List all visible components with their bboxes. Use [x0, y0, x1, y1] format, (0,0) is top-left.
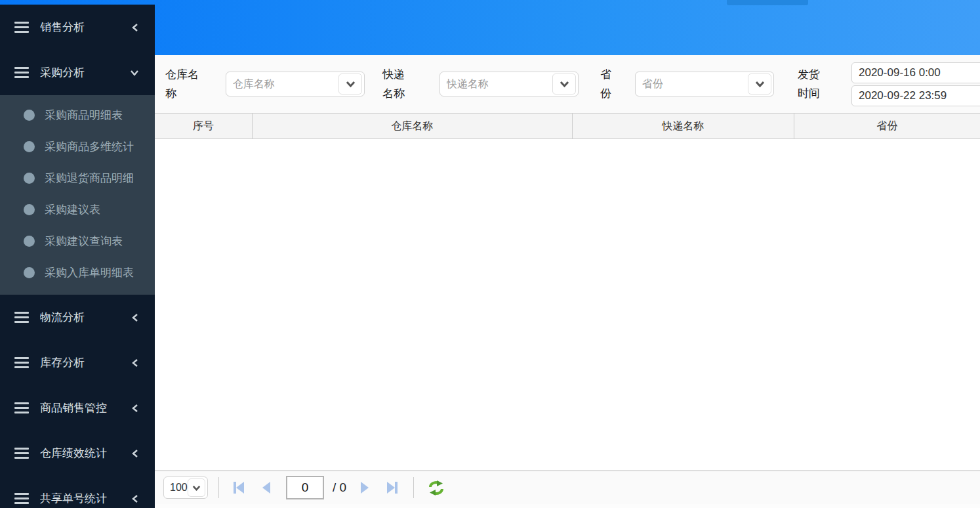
chevron-left-icon — [131, 449, 139, 458]
submenu-item-label: 采购退货商品明细 — [45, 171, 134, 186]
bullet-icon — [24, 236, 35, 247]
submenu-item-purchase-goods-detail[interactable]: 采购商品明细表 — [0, 99, 155, 131]
submenu-item-purchase-suggestion-query[interactable]: 采购建议查询表 — [0, 225, 155, 257]
submenu-item-label: 采购建议表 — [45, 202, 100, 217]
ship-time-to-input[interactable] — [851, 85, 980, 106]
menu-icon — [14, 402, 29, 413]
ship-time-range — [851, 62, 980, 106]
bullet-icon — [24, 173, 35, 184]
ship-time-from-input[interactable] — [851, 62, 980, 83]
dropdown-arrow-button[interactable] — [748, 74, 771, 95]
filter-bar: 仓库名称 仓库名称 快递名称 快递名称 省份 省份 — [155, 55, 980, 114]
table-body-empty — [155, 139, 980, 470]
courier-name-select[interactable]: 快递名称 — [439, 72, 579, 96]
province-label: 省份 — [600, 65, 615, 103]
column-header-province[interactable]: 省份 — [794, 114, 980, 138]
sidebar-item-label: 采购分析 — [40, 65, 130, 80]
sidebar-item-shared-tracking-stats[interactable]: 共享单号统计 — [0, 476, 155, 508]
province-placeholder: 省份 — [642, 77, 748, 91]
sidebar-item-label: 物流分析 — [40, 310, 131, 325]
column-header-courier[interactable]: 快递名称 — [573, 114, 794, 138]
ship-time-label: 发货时间 — [798, 65, 824, 103]
bullet-icon — [24, 204, 35, 215]
sidebar-item-label: 库存分析 — [40, 355, 131, 370]
app-window: 销售分析 采购分析 采购商品明细表 采购商品多维统计 采购退货商品 — [0, 0, 980, 508]
sidebar-item-logistics-analysis[interactable]: 物流分析 — [0, 295, 155, 340]
bullet-icon — [24, 110, 35, 121]
sidebar-item-warehouse-performance[interactable]: 仓库绩效统计 — [0, 431, 155, 476]
submenu-item-purchase-goods-multidim[interactable]: 采购商品多维统计 — [0, 131, 155, 162]
sidebar-item-inventory-analysis[interactable]: 库存分析 — [0, 340, 155, 385]
next-page-button[interactable] — [361, 482, 369, 494]
sidebar-item-sales-analysis[interactable]: 销售分析 — [0, 5, 155, 50]
menu-icon — [14, 22, 29, 33]
menu-icon — [14, 312, 29, 323]
submenu-item-label: 采购入库单明细表 — [45, 265, 134, 280]
chevron-left-icon — [131, 23, 139, 32]
menu-icon — [14, 448, 29, 459]
chevron-left-icon — [131, 404, 139, 413]
dropdown-arrow-button[interactable] — [188, 478, 205, 497]
sidebar-item-label: 销售分析 — [40, 20, 131, 35]
dropdown-arrow-button[interactable] — [338, 74, 362, 95]
bullet-icon — [24, 267, 35, 278]
main-content: 仓库名称 仓库名称 快递名称 快递名称 省份 省份 — [155, 55, 980, 508]
current-page-input[interactable] — [286, 476, 324, 499]
refresh-icon[interactable] — [428, 480, 444, 496]
submenu-item-purchase-return-detail[interactable]: 采购退货商品明细 — [0, 162, 155, 194]
total-pages-text: / 0 — [333, 480, 346, 495]
sidebar-item-label: 商品销售管控 — [40, 400, 131, 415]
page-size-select[interactable]: 100 — [163, 476, 208, 499]
warehouse-name-select[interactable]: 仓库名称 — [226, 72, 365, 96]
chevron-down-icon — [130, 69, 139, 77]
sidebar-item-purchase-analysis[interactable]: 采购分析 — [0, 50, 155, 95]
first-page-button[interactable] — [234, 482, 244, 494]
divider — [218, 477, 219, 498]
header-tab-indicator — [727, 0, 808, 5]
province-select[interactable]: 省份 — [635, 72, 774, 96]
last-page-button[interactable] — [387, 482, 398, 494]
dropdown-arrow-button[interactable] — [552, 74, 576, 95]
page-size-value: 100 — [170, 482, 188, 494]
courier-name-placeholder: 快递名称 — [447, 77, 552, 91]
chevron-left-icon — [131, 313, 139, 322]
sidebar-item-product-sales-control[interactable]: 商品销售管控 — [0, 385, 155, 431]
chevron-left-icon — [131, 358, 139, 368]
sidebar-item-label: 仓库绩效统计 — [40, 446, 131, 461]
column-header-warehouse[interactable]: 仓库名称 — [253, 114, 573, 138]
menu-icon — [14, 493, 29, 504]
warehouse-name-placeholder: 仓库名称 — [233, 77, 338, 91]
warehouse-name-label: 仓库名称 — [165, 65, 202, 103]
bullet-icon — [24, 141, 35, 152]
sidebar-nav: 销售分析 采购分析 采购商品明细表 采购商品多维统计 采购退货商品 — [0, 5, 155, 508]
submenu-item-label: 采购建议查询表 — [45, 234, 123, 249]
purchase-analysis-submenu: 采购商品明细表 采购商品多维统计 采购退货商品明细 采购建议表 采购建议查询表 … — [0, 95, 155, 295]
menu-icon — [14, 357, 29, 368]
menu-icon — [14, 67, 29, 78]
sidebar-item-label: 共享单号统计 — [40, 491, 131, 506]
column-header-index[interactable]: 序号 — [155, 114, 253, 138]
courier-name-label: 快递名称 — [382, 65, 409, 103]
submenu-item-purchase-inbound-detail[interactable]: 采购入库单明细表 — [0, 257, 155, 288]
submenu-item-label: 采购商品多维统计 — [45, 139, 134, 154]
chevron-left-icon — [131, 494, 139, 503]
divider — [413, 477, 414, 498]
submenu-item-label: 采购商品明细表 — [45, 108, 123, 123]
pagination-bar: 100 / 0 — [155, 470, 980, 508]
submenu-item-purchase-suggestion[interactable]: 采购建议表 — [0, 194, 155, 225]
previous-page-button[interactable] — [262, 482, 270, 494]
table-header-row: 序号 仓库名称 快递名称 省份 — [155, 114, 980, 139]
